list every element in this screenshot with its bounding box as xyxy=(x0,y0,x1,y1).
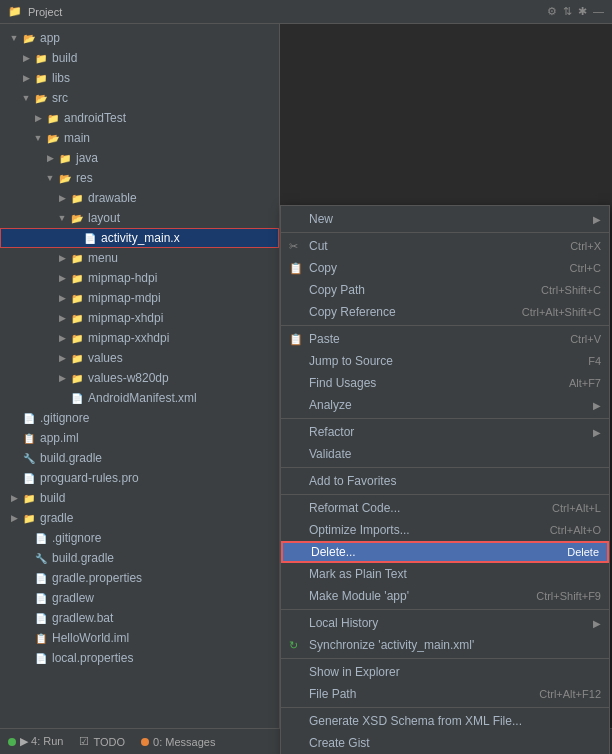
menu-item-add-favorites[interactable]: Add to Favorites xyxy=(281,470,609,492)
arrow-icon-refactor: ▶ xyxy=(593,427,601,438)
folder-icon-libs: 📁 xyxy=(34,71,48,85)
arrow-values-w820dp xyxy=(56,372,68,384)
tree-item-res[interactable]: 📂 res xyxy=(0,168,279,188)
paste-icon: 📋 xyxy=(289,333,305,346)
status-messages-label: 0: Messages xyxy=(153,736,215,748)
menu-item-find-usages[interactable]: Find Usages Alt+F7 xyxy=(281,372,609,394)
status-item-todo[interactable]: ☑ TODO xyxy=(79,735,125,748)
tree-item-build-gradle2[interactable]: 🔧 build.gradle xyxy=(0,548,279,568)
menu-item-file-path[interactable]: File Path Ctrl+Alt+F12 xyxy=(281,683,609,705)
file-tree: 📂 app 📁 build 📁 libs 📂 src xyxy=(0,24,279,700)
label-mipmap-mdpi: mipmap-mdpi xyxy=(88,291,161,305)
menu-label-paste: Paste xyxy=(309,332,550,346)
menu-item-local-history[interactable]: Local History ▶ xyxy=(281,612,609,634)
menu-item-reformat-code[interactable]: Reformat Code... Ctrl+Alt+L xyxy=(281,497,609,519)
menu-item-mark-plain-text[interactable]: Mark as Plain Text xyxy=(281,563,609,585)
menu-item-cut[interactable]: ✂ Cut Ctrl+X xyxy=(281,235,609,257)
menu-label-file-path: File Path xyxy=(309,687,519,701)
status-run-label: ▶ 4: Run xyxy=(20,735,63,748)
panel-title: Project xyxy=(28,6,62,18)
arrow-mipmap-xxhdpi xyxy=(56,332,68,344)
menu-label-optimize-imports: Optimize Imports... xyxy=(309,523,530,537)
menu-item-generate-xsd[interactable]: Generate XSD Schema from XML File... xyxy=(281,710,609,732)
menu-label-refactor: Refactor xyxy=(309,425,589,439)
tree-item-proguard[interactable]: 📄 proguard-rules.pro xyxy=(0,468,279,488)
tree-item-gradle-properties[interactable]: 📄 gradle.properties xyxy=(0,568,279,588)
tree-item-helloworld-iml[interactable]: 📋 HelloWorld.iml xyxy=(0,628,279,648)
status-item-run[interactable]: ▶ 4: Run xyxy=(8,735,63,748)
tree-item-androidtest[interactable]: 📁 androidTest xyxy=(0,108,279,128)
folder-icon-mipmap-xxhdpi: 📁 xyxy=(70,331,84,345)
collapse-icon[interactable]: — xyxy=(593,5,604,18)
tree-item-gradle-folder[interactable]: 📁 gradle xyxy=(0,508,279,528)
arrow-proguard xyxy=(8,472,20,484)
menu-item-optimize-imports[interactable]: Optimize Imports... Ctrl+Alt+O xyxy=(281,519,609,541)
arrow-gradle-folder xyxy=(8,512,20,524)
shortcut-cut: Ctrl+X xyxy=(570,240,601,252)
tree-item-gitignore1[interactable]: 📄 .gitignore xyxy=(0,408,279,428)
menu-item-jump-to-source[interactable]: Jump to Source F4 xyxy=(281,350,609,372)
arrow-values xyxy=(56,352,68,364)
tree-item-values[interactable]: 📁 values xyxy=(0,348,279,368)
tree-item-main[interactable]: 📂 main xyxy=(0,128,279,148)
tree-item-build-folder[interactable]: 📁 build xyxy=(0,488,279,508)
tree-item-build-gradle1[interactable]: 🔧 build.gradle xyxy=(0,448,279,468)
menu-item-synchronize[interactable]: ↻ Synchronize 'activity_main.xml' xyxy=(281,634,609,656)
tree-item-drawable[interactable]: 📁 drawable xyxy=(0,188,279,208)
folder-icon-mipmap-xhdpi: 📁 xyxy=(70,311,84,325)
context-menu: New ▶ ✂ Cut Ctrl+X 📋 Copy Ctrl+C Copy Pa… xyxy=(280,205,610,754)
label-gitignore2: .gitignore xyxy=(52,531,101,545)
tree-item-libs[interactable]: 📁 libs xyxy=(0,68,279,88)
label-values-w820dp: values-w820dp xyxy=(88,371,169,385)
tree-item-app-iml[interactable]: 📋 app.iml xyxy=(0,428,279,448)
tree-item-gradlew[interactable]: 📄 gradlew xyxy=(0,588,279,608)
menu-label-copy-reference: Copy Reference xyxy=(309,305,502,319)
menu-item-make-module[interactable]: Make Module 'app' Ctrl+Shift+F9 xyxy=(281,585,609,607)
menu-item-copy[interactable]: 📋 Copy Ctrl+C xyxy=(281,257,609,279)
shortcut-file-path: Ctrl+Alt+F12 xyxy=(539,688,601,700)
menu-item-validate[interactable]: Validate xyxy=(281,443,609,465)
menu-item-analyze[interactable]: Analyze ▶ xyxy=(281,394,609,416)
tree-item-mipmap-hdpi[interactable]: 📁 mipmap-hdpi xyxy=(0,268,279,288)
separator-3 xyxy=(281,418,609,419)
tree-item-activity-main[interactable]: 📄 activity_main.x xyxy=(0,228,279,248)
tree-item-src[interactable]: 📂 src xyxy=(0,88,279,108)
tree-item-app[interactable]: 📂 app xyxy=(0,28,279,48)
tree-item-mipmap-xhdpi[interactable]: 📁 mipmap-xhdpi xyxy=(0,308,279,328)
title-bar: 📁 Project ⚙ ⇅ ✱ — xyxy=(0,0,612,24)
tree-item-local-properties[interactable]: 📄 local.properties xyxy=(0,648,279,668)
menu-item-new[interactable]: New ▶ xyxy=(281,208,609,230)
sort-icon[interactable]: ⇅ xyxy=(563,5,572,18)
menu-item-delete[interactable]: Delete... Delete xyxy=(281,541,609,563)
folder-icon-java: 📁 xyxy=(58,151,72,165)
settings-icon[interactable]: ✱ xyxy=(578,5,587,18)
tree-item-mipmap-mdpi[interactable]: 📁 mipmap-mdpi xyxy=(0,288,279,308)
tree-item-values-w820dp[interactable]: 📁 values-w820dp xyxy=(0,368,279,388)
menu-item-copy-reference[interactable]: Copy Reference Ctrl+Alt+Shift+C xyxy=(281,301,609,323)
folder-icon-androidtest: 📁 xyxy=(46,111,60,125)
tree-item-gitignore2[interactable]: 📄 .gitignore xyxy=(0,528,279,548)
shortcut-paste: Ctrl+V xyxy=(570,333,601,345)
tree-item-gradlew-bat[interactable]: 📄 gradlew.bat xyxy=(0,608,279,628)
arrow-res xyxy=(44,172,56,184)
gear-icon[interactable]: ⚙ xyxy=(547,5,557,18)
menu-item-paste[interactable]: 📋 Paste Ctrl+V xyxy=(281,328,609,350)
tree-item-layout[interactable]: 📂 layout xyxy=(0,208,279,228)
menu-item-create-gist[interactable]: Create Gist xyxy=(281,732,609,754)
label-build-gradle2: build.gradle xyxy=(52,551,114,565)
menu-item-show-explorer[interactable]: Show in Explorer xyxy=(281,661,609,683)
arrow-icon-local-history: ▶ xyxy=(593,618,601,629)
separator-8 xyxy=(281,707,609,708)
status-item-messages[interactable]: 0: Messages xyxy=(141,736,215,748)
tree-item-build[interactable]: 📁 build xyxy=(0,48,279,68)
menu-item-copy-path[interactable]: Copy Path Ctrl+Shift+C xyxy=(281,279,609,301)
tree-item-menu[interactable]: 📁 menu xyxy=(0,248,279,268)
tree-item-java[interactable]: 📁 java xyxy=(0,148,279,168)
tree-item-mipmap-xxhdpi[interactable]: 📁 mipmap-xxhdpi xyxy=(0,328,279,348)
menu-item-refactor[interactable]: Refactor ▶ xyxy=(281,421,609,443)
label-main: main xyxy=(64,131,90,145)
label-java: java xyxy=(76,151,98,165)
tree-item-androidmanifest[interactable]: 📄 AndroidManifest.xml xyxy=(0,388,279,408)
folder-icon-build: 📁 xyxy=(34,51,48,65)
arrow-libs xyxy=(20,72,32,84)
